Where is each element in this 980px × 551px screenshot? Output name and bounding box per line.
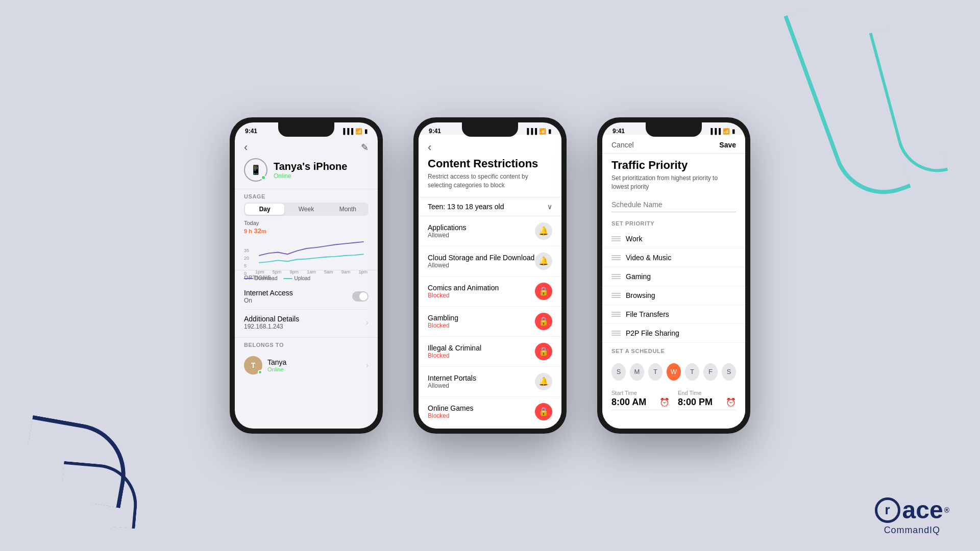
restriction-item-2[interactable]: Comics and Animation Blocked 🔒: [419, 277, 561, 307]
wifi-icon-3: 📶: [723, 128, 730, 135]
p2-back-button[interactable]: ‹: [428, 141, 552, 154]
device-name: Tanya's iPhone: [274, 161, 347, 172]
signal-icon-2: ▐▐▐: [525, 128, 537, 134]
start-time-value[interactable]: 8:00 AM ⏰: [611, 397, 670, 410]
phone-1-screen: 9:41 ▐▐▐ 📶 ▮ ‹ ✎ 📱: [235, 122, 378, 429]
p3-title: Traffic Priority: [602, 154, 745, 174]
signal-icon-3: ▐▐▐: [709, 128, 721, 134]
belongs-chevron-icon: ›: [366, 361, 369, 370]
phone-2: 9:41 ▐▐▐ 📶 ▮ ‹ Content Restrictions Rest…: [413, 117, 567, 434]
drag-handle-3[interactable]: [611, 293, 621, 298]
phone-3-notch: [646, 122, 702, 137]
belongs-status: Online: [267, 366, 286, 372]
chart-hours-label: h: [249, 228, 252, 234]
tab-day[interactable]: Day: [245, 204, 284, 215]
end-time-value[interactable]: 8:00 PM ⏰: [678, 397, 736, 410]
x-1am: 1am: [307, 269, 316, 274]
x-9pm: 9pm: [289, 269, 299, 274]
save-button[interactable]: Save: [719, 141, 736, 149]
restriction-item-1[interactable]: Cloud Storage and File Download Allowed …: [419, 246, 561, 277]
legend-upload: Upload: [283, 276, 310, 281]
restriction-item-5[interactable]: Internet Portals Allowed 🔔: [419, 367, 561, 397]
usage-tabs: Day Week Month: [244, 203, 369, 216]
set-priority-label: SET PRIORITY: [602, 220, 745, 230]
day-btn-3[interactable]: W: [667, 363, 681, 381]
drag-handle-5[interactable]: [611, 331, 621, 336]
additional-details-value: 192.168.1.243: [244, 323, 299, 330]
status-time-1: 9:41: [245, 128, 257, 135]
restriction-toggle-2[interactable]: 🔒: [535, 283, 552, 300]
priority-label-1: Video & Music: [626, 254, 671, 262]
avatar: T: [244, 356, 262, 374]
avatar-online-dot: [258, 370, 262, 374]
online-indicator: [261, 175, 266, 180]
phone-3: 9:41 ▐▐▐ 📶 ▮ Cancel Save Traffic Priorit…: [597, 117, 750, 434]
end-time-block: End Time 8:00 PM ⏰: [678, 390, 736, 410]
back-button[interactable]: ‹: [244, 141, 248, 154]
tab-week[interactable]: Week: [286, 204, 326, 215]
wifi-icon-2: 📶: [539, 128, 546, 135]
priority-item-0: Work: [602, 230, 745, 248]
priority-label-4: File Transfers: [626, 310, 669, 318]
chart-x-labels: 1pm 5pm 9pm 1am 5am 9am 1pm: [254, 269, 369, 274]
schedule-name-input[interactable]: [611, 197, 736, 212]
phone1-content: ‹ ✎ 📱 Tanya's iPhone Online: [235, 135, 378, 429]
wifi-icon: 📶: [355, 128, 362, 135]
cancel-button[interactable]: Cancel: [611, 141, 634, 149]
additional-details-row[interactable]: Additional Details 192.168.1.243 ›: [244, 310, 369, 335]
internet-access-toggle[interactable]: [352, 291, 369, 302]
y-label-5: 5: [244, 263, 249, 268]
restriction-item-4[interactable]: Illegal & Criminal Blocked 🔒: [419, 337, 561, 367]
restriction-item-7[interactable]: Online Shopping Allowed 🔔: [419, 427, 561, 429]
usage-label: USAGE: [244, 193, 369, 199]
restriction-item-0[interactable]: Applications Allowed 🔔: [419, 216, 561, 246]
restriction-toggle-1[interactable]: 🔔: [535, 253, 552, 270]
age-selector[interactable]: Teen: 13 to 18 years old ∨: [419, 197, 561, 216]
day-btn-2[interactable]: T: [648, 363, 663, 381]
x-1pm: 1pm: [255, 269, 264, 274]
day-btn-4[interactable]: T: [685, 363, 699, 381]
start-clock-icon: ⏰: [659, 397, 670, 407]
status-icons-1: ▐▐▐ 📶 ▮: [341, 128, 368, 135]
restriction-item-6[interactable]: Online Games Blocked 🔒: [419, 397, 561, 427]
restriction-toggle-5[interactable]: 🔔: [535, 373, 552, 390]
belongs-row[interactable]: T Tanya Online ›: [244, 351, 369, 380]
restriction-toggle-0[interactable]: 🔔: [535, 222, 552, 240]
restriction-toggle-3[interactable]: 🔒: [535, 313, 552, 330]
phones-container: 9:41 ▐▐▐ 📶 ▮ ‹ ✎ 📱: [0, 0, 980, 551]
status-icons-2: ▐▐▐ 📶 ▮: [525, 128, 551, 135]
restriction-item-3[interactable]: Gambling Blocked 🔒: [419, 307, 561, 337]
p2-header: ‹ Content Restrictions Restrict access t…: [419, 135, 561, 197]
drag-handle-4[interactable]: [611, 312, 621, 317]
x-5am: 5am: [324, 269, 333, 274]
belongs-name: Tanya: [267, 358, 286, 366]
restriction-toggle-4[interactable]: 🔒: [535, 343, 552, 360]
day-btn-1[interactable]: M: [630, 363, 644, 381]
device-info: 📱 Tanya's iPhone Online: [235, 158, 378, 189]
chart-m-suffix: m: [261, 228, 266, 234]
chart-minutes: 32: [254, 227, 261, 235]
end-time-label: End Time: [678, 390, 736, 396]
priority-item-4: File Transfers: [602, 305, 745, 324]
priority-item-5: P2P File Sharing: [602, 324, 745, 343]
restriction-toggle-6[interactable]: 🔒: [535, 403, 552, 420]
end-clock-icon: ⏰: [726, 397, 736, 407]
day-btn-0[interactable]: S: [611, 363, 626, 381]
y-label-20: 20: [244, 256, 249, 261]
battery-icon-3: ▮: [732, 128, 735, 135]
phone-1-notch: [278, 122, 334, 137]
priority-label-2: Gaming: [626, 272, 651, 281]
drag-handle-0[interactable]: [611, 236, 621, 241]
day-btn-6[interactable]: S: [722, 363, 736, 381]
y-label-0: 0: [244, 271, 249, 276]
day-btn-5[interactable]: F: [703, 363, 718, 381]
x-1pm2: 1pm: [358, 269, 368, 274]
status-time-2: 9:41: [429, 128, 441, 135]
restriction-list: Applications Allowed 🔔 Cloud Storage and…: [419, 216, 561, 429]
additional-details-title: Additional Details: [244, 315, 299, 323]
drag-handle-2[interactable]: [611, 274, 621, 279]
phone-2-screen: 9:41 ▐▐▐ 📶 ▮ ‹ Content Restrictions Rest…: [419, 122, 561, 429]
drag-handle-1[interactable]: [611, 255, 621, 260]
tab-month[interactable]: Month: [328, 204, 368, 215]
edit-button[interactable]: ✎: [361, 142, 369, 153]
